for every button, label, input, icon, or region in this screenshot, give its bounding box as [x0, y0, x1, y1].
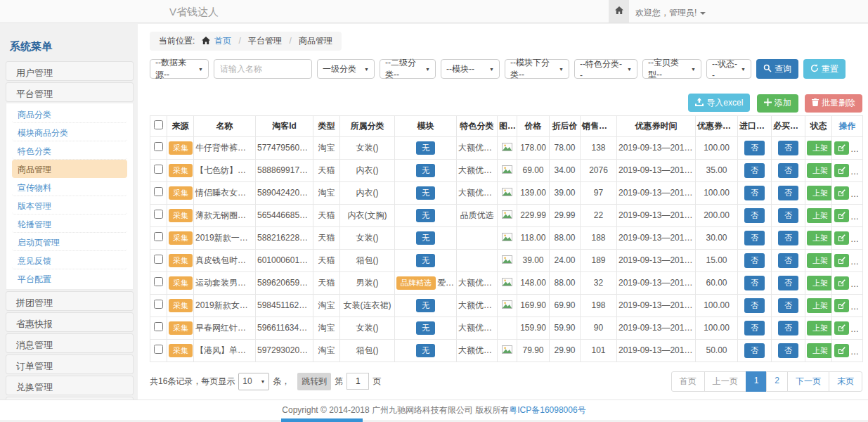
row-checkbox[interactable]	[154, 255, 163, 264]
icp-link[interactable]: 粤ICP备16098006号	[509, 405, 585, 415]
pager-item-4[interactable]: 下一页	[787, 371, 829, 392]
sidebar-item-1-2[interactable]: 特色分类	[12, 141, 127, 160]
edit-button[interactable]	[834, 321, 849, 335]
status-button[interactable]: 上架	[807, 343, 832, 358]
status-button[interactable]: 上架	[807, 186, 832, 200]
status-button[interactable]: 上架	[807, 253, 832, 268]
page-number-input[interactable]	[346, 373, 369, 390]
import-select-toggle[interactable]: 否	[744, 343, 765, 358]
must-buy-toggle[interactable]: 否	[778, 163, 798, 178]
sidebar-item-1-8[interactable]: 意见反馈	[12, 251, 127, 269]
must-buy-toggle[interactable]: 否	[778, 186, 798, 200]
module-sub-category-select[interactable]: --模块下分类--▼	[505, 59, 569, 79]
level2-category-select[interactable]: --二级分类--▼	[380, 59, 436, 79]
edit-button[interactable]	[834, 299, 849, 312]
sidebar-group-3[interactable]: 省惠快报	[6, 312, 134, 332]
must-buy-toggle[interactable]: 否	[778, 231, 798, 245]
sidebar-group-6[interactable]: 兑换管理	[6, 376, 134, 395]
import-select-toggle[interactable]: 否	[744, 253, 765, 268]
import-select-toggle[interactable]: 否	[744, 141, 765, 155]
status-button[interactable]: 上架	[807, 321, 832, 335]
sidebar-item-1-6[interactable]: 轮播管理	[12, 215, 127, 233]
user-menu[interactable]: 欢迎您，管理员!	[635, 7, 706, 19]
pager-item-2[interactable]: 1	[746, 371, 767, 392]
must-buy-toggle[interactable]: 否	[778, 141, 798, 155]
edit-button[interactable]	[834, 141, 849, 155]
edit-button[interactable]	[834, 164, 849, 177]
home-button[interactable]	[609, 0, 629, 23]
edit-button[interactable]	[834, 209, 849, 222]
pager-item-1[interactable]: 上一页	[704, 371, 746, 392]
import-select-toggle[interactable]: 否	[744, 163, 765, 178]
module-select[interactable]: --模块--▼	[441, 59, 500, 79]
sidebar-group-1[interactable]: 平台管理	[6, 82, 134, 102]
select-all-checkbox[interactable]	[154, 120, 163, 129]
row-checkbox[interactable]	[154, 277, 163, 286]
breadcrumb-home-link[interactable]: 首页	[214, 36, 231, 46]
must-buy-toggle[interactable]: 否	[778, 343, 798, 358]
status-button[interactable]: 上架	[807, 208, 832, 223]
name-search-input[interactable]	[214, 59, 312, 79]
must-buy-toggle[interactable]: 否	[778, 276, 798, 290]
status-select[interactable]: --状态--▼	[706, 59, 751, 79]
row-checkbox[interactable]	[154, 232, 163, 241]
must-buy-toggle[interactable]: 否	[778, 321, 798, 335]
pager-item-5[interactable]: 末页	[829, 371, 862, 392]
status-button[interactable]: 上架	[807, 141, 832, 155]
status-button[interactable]: 上架	[807, 298, 832, 313]
sidebar-item-1-3[interactable]: 商品管理	[12, 160, 127, 178]
edit-button[interactable]	[834, 344, 849, 357]
per-page-select[interactable]: 10 ▼	[238, 373, 269, 390]
feature-category-select[interactable]: --特色分类--▼	[574, 59, 637, 79]
price: 229.99	[517, 204, 550, 226]
caret-down-icon: ▼	[364, 67, 369, 72]
search-button[interactable]: 查询	[756, 59, 798, 79]
row-checkbox[interactable]	[154, 142, 163, 151]
edit-button[interactable]	[834, 276, 849, 290]
status-button[interactable]: 上架	[807, 163, 832, 178]
reset-button[interactable]: 重置	[803, 59, 846, 79]
sidebar-item-1-7[interactable]: 启动页管理	[12, 233, 127, 251]
taoke-id: 589042420344	[256, 181, 313, 204]
pager-item-0[interactable]: 首页	[671, 371, 705, 392]
row-checkbox[interactable]	[154, 165, 163, 174]
row-checkbox[interactable]	[154, 210, 163, 219]
sidebar-item-1-5[interactable]: 版本管理	[12, 196, 127, 215]
must-buy-toggle[interactable]: 否	[778, 208, 798, 223]
add-button[interactable]: 添加	[757, 94, 798, 113]
import-select-toggle[interactable]: 否	[744, 298, 765, 313]
import-select-toggle[interactable]: 否	[744, 321, 765, 335]
item-type-select[interactable]: --宝贝类型--▼	[642, 59, 701, 79]
must-buy-toggle[interactable]: 否	[778, 253, 798, 268]
sidebar-group-4[interactable]: 消息管理	[6, 333, 134, 353]
edit-button[interactable]	[834, 186, 849, 200]
import-select-toggle[interactable]: 否	[744, 186, 765, 200]
import-select-toggle[interactable]: 否	[744, 208, 765, 223]
sidebar-item-1-9[interactable]: 平台配置	[12, 269, 127, 288]
sidebar-group-0[interactable]: 用户管理	[6, 61, 134, 81]
must-buy-toggle[interactable]: 否	[778, 298, 798, 313]
jump-button[interactable]: 跳转到	[297, 373, 331, 390]
sidebar-item-1-0[interactable]: 商品分类	[12, 105, 127, 123]
row-checkbox[interactable]	[154, 300, 163, 309]
row-checkbox[interactable]	[154, 322, 163, 331]
sidebar-group-2[interactable]: 拼团管理	[6, 291, 134, 311]
sidebar-item-1-1[interactable]: 模块商品分类	[12, 123, 127, 141]
breadcrumb-item-platform[interactable]: 平台管理	[248, 36, 282, 46]
pager-item-3[interactable]: 2	[766, 371, 788, 392]
import-select-toggle[interactable]: 否	[744, 276, 765, 290]
batch-delete-button[interactable]: 批量删除	[805, 94, 862, 113]
row-checkbox[interactable]	[154, 345, 163, 354]
import-excel-button[interactable]: 导入excel	[688, 94, 750, 112]
status-button[interactable]: 上架	[807, 231, 832, 245]
level1-category-select[interactable]: 一级分类▼	[317, 59, 375, 79]
import-select-toggle[interactable]: 否	[744, 231, 765, 245]
sidebar-item-1-4[interactable]: 宣传物料	[12, 178, 127, 196]
data-source-select[interactable]: --数据来源--▼	[150, 59, 209, 79]
edit-button[interactable]	[834, 254, 849, 267]
status-button[interactable]: 上架	[807, 276, 832, 290]
row-checkbox[interactable]	[154, 187, 163, 196]
edit-button[interactable]	[834, 231, 849, 245]
sidebar-group-5[interactable]: 订单管理	[6, 354, 134, 374]
breadcrumb-item-goods[interactable]: 商品管理	[299, 36, 332, 46]
